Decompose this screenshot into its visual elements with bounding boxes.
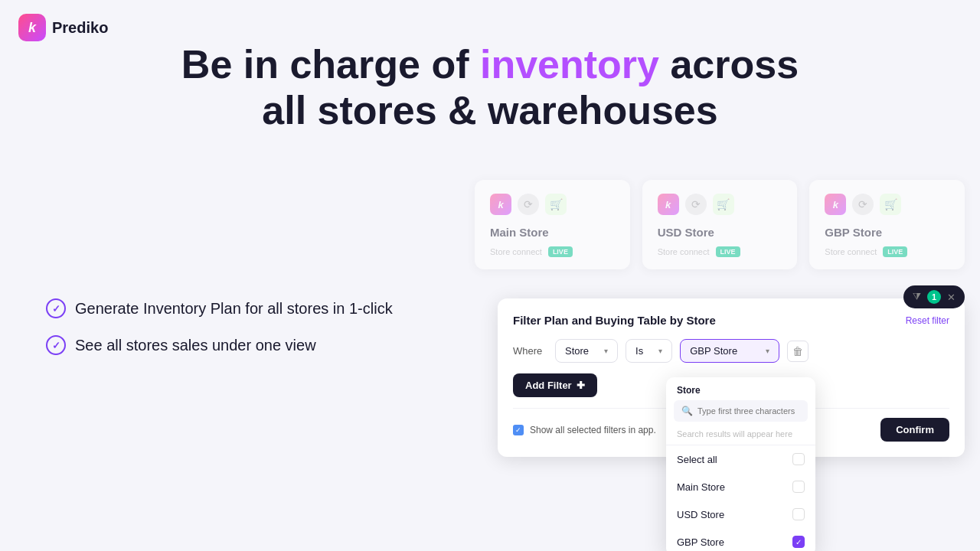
live-badge-usd: Live <box>716 246 740 257</box>
dropdown-item-usd-store[interactable]: USD Store <box>666 500 815 528</box>
dropdown-item-gbp-store-label: GBP Store <box>677 536 724 548</box>
show-filters-checkbox-row[interactable]: ✓ Show all selected filters in app. <box>513 425 656 435</box>
dropdown-title: Store <box>666 377 815 400</box>
dropdown-search-bar[interactable]: 🔍 <box>674 400 808 422</box>
store-name-usd: USD Store <box>658 226 782 239</box>
dropdown-search-hint: Search results will appear here <box>666 426 815 445</box>
filter-field-chevron: ▾ <box>604 347 608 355</box>
filter-field-select[interactable]: Store ▾ <box>555 339 618 363</box>
store-name-main: Main Store <box>490 226 615 239</box>
filter-badge[interactable]: ⧩ 1 ✕ <box>903 285 965 308</box>
store-card-usd: k ⟳ 🛒 USD Store Store connect Live <box>642 180 798 269</box>
store-connect-label-gbp: Store connect <box>825 247 877 256</box>
feature-check-icon-1 <box>46 298 66 318</box>
store-name-gbp: GBP Store <box>825 226 949 239</box>
reset-filter-button[interactable]: Reset filter <box>906 315 949 326</box>
hero-line1-prefix: Be in charge of <box>181 42 480 86</box>
shopify-icon-main: 🛒 <box>545 194 567 215</box>
card-icons-main: k ⟳ 🛒 <box>490 194 615 215</box>
store-connect-label-usd: Store connect <box>658 247 710 256</box>
filter-store-select[interactable]: GBP Store ▾ <box>680 339 779 363</box>
add-filter-plus-icon: ✚ <box>577 380 585 391</box>
confirm-button[interactable]: Confirm <box>880 418 949 442</box>
dropdown-item-select-all-label: Select all <box>677 454 717 465</box>
store-connect-row-usd: Store connect Live <box>658 246 782 257</box>
show-filters-label: Show all selected filters in app. <box>530 425 656 435</box>
dropdown-search-input[interactable] <box>697 406 800 416</box>
filter-store-value: GBP Store <box>690 345 737 357</box>
store-connect-row-main: Store connect Live <box>490 246 615 257</box>
feature-item-2: See all stores sales under one view <box>46 335 393 355</box>
filter-field-value: Store <box>565 345 589 357</box>
ui-area: k ⟳ 🛒 Main Store Store connect Live k ⟳ … <box>475 180 965 547</box>
card-icons-gbp: k ⟳ 🛒 <box>825 194 949 215</box>
hero-heading: Be in charge of inventory across all sto… <box>0 42 980 134</box>
dropdown-checkbox-main-store[interactable] <box>792 481 805 493</box>
card-icons-usd: k ⟳ 🛒 <box>658 194 782 215</box>
filter-operator-value: Is <box>635 345 643 357</box>
store-connect-label-main: Store connect <box>490 247 542 256</box>
live-badge-gbp: Live <box>883 246 907 257</box>
store-dropdown: Store 🔍 Search results will appear here … <box>666 377 815 551</box>
dropdown-checkbox-usd-store[interactable] <box>792 508 805 520</box>
feature-text-2: See all stores sales under one view <box>75 337 316 354</box>
filter-where-label: Where <box>513 345 547 357</box>
add-filter-label: Add Filter <box>525 380 572 391</box>
prediko-icon-gbp: k <box>825 194 846 215</box>
feature-text-1: Generate Inventory Plan for all stores i… <box>75 300 393 318</box>
shopify-icon-gbp: 🛒 <box>880 194 901 215</box>
store-card-main: k ⟳ 🛒 Main Store Store connect Live <box>475 180 630 269</box>
hero-line1-suffix: across <box>659 42 799 86</box>
filter-count: 1 <box>927 290 941 304</box>
show-filters-checkbox[interactable]: ✓ <box>513 425 524 435</box>
logo-text: Prediko <box>52 19 108 37</box>
dropdown-search-icon: 🔍 <box>681 406 693 416</box>
store-connect-row-gbp: Store connect Live <box>825 246 949 257</box>
dropdown-checkbox-select-all[interactable] <box>792 453 805 465</box>
dropdown-item-usd-store-label: USD Store <box>677 509 724 520</box>
dropdown-item-main-store-label: Main Store <box>677 481 725 493</box>
feature-item-1: Generate Inventory Plan for all stores i… <box>46 298 393 318</box>
prediko-icon-main: k <box>490 194 511 215</box>
live-badge-main: Live <box>548 246 573 257</box>
sync-icon-gbp: ⟳ <box>852 194 874 215</box>
filter-badge-close-icon[interactable]: ✕ <box>947 292 956 303</box>
features-list: Generate Inventory Plan for all stores i… <box>46 298 393 372</box>
filter-panel-header: Filter Plan and Buying Table by Store Re… <box>513 314 949 327</box>
store-card-gbp: k ⟳ 🛒 GBP Store Store connect Live <box>809 180 965 269</box>
hero-line2: all stores & warehouses <box>262 88 717 132</box>
filter-operator-chevron: ▾ <box>658 347 662 355</box>
shopify-icon-usd: 🛒 <box>713 194 734 215</box>
prediko-icon-usd: k <box>658 194 679 215</box>
filter-store-chevron: ▾ <box>766 347 769 355</box>
add-filter-button[interactable]: Add Filter ✚ <box>513 373 597 397</box>
filter-operator-select[interactable]: Is ▾ <box>626 339 672 363</box>
dropdown-checkbox-gbp-store[interactable]: ✓ <box>792 536 805 548</box>
feature-check-icon-2 <box>46 335 66 355</box>
dropdown-item-gbp-store[interactable]: GBP Store ✓ <box>666 528 815 551</box>
filter-delete-button[interactable]: 🗑 <box>787 341 808 362</box>
dropdown-item-select-all[interactable]: Select all <box>666 445 815 473</box>
logo-bar: k Prediko <box>18 14 108 41</box>
logo-icon: k <box>18 14 46 41</box>
hero-highlight: inventory <box>480 42 659 86</box>
dropdown-item-main-store[interactable]: Main Store <box>666 473 815 500</box>
filter-funnel-icon: ⧩ <box>913 291 921 303</box>
sync-icon-usd: ⟳ <box>685 194 707 215</box>
sync-icon-main: ⟳ <box>518 194 539 215</box>
store-cards-row1: k ⟳ 🛒 Main Store Store connect Live k ⟳ … <box>475 180 965 269</box>
filter-panel-title: Filter Plan and Buying Table by Store <box>513 314 716 327</box>
filter-condition-row: Where Store ▾ Is ▾ GBP Store ▾ 🗑 <box>513 339 949 363</box>
